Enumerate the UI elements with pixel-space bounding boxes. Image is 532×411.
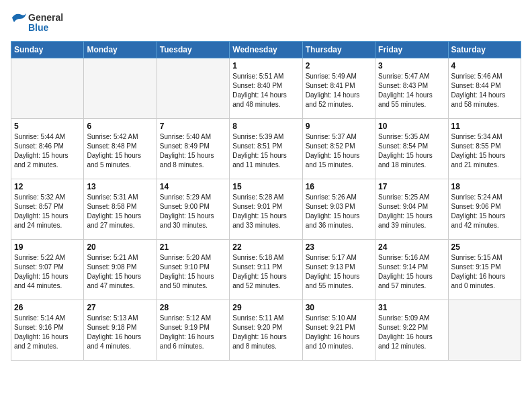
day-info: Sunrise: 5:09 AMSunset: 9:22 PMDaylight:… [378, 314, 445, 351]
day-number: 9 [306, 122, 372, 131]
day-number: 12 [14, 182, 81, 191]
day-info: Sunrise: 5:17 AMSunset: 9:13 PMDaylight:… [306, 253, 372, 291]
day-number: 31 [378, 303, 445, 312]
day-cell-13: 13Sunrise: 5:31 AMSunset: 8:58 PMDayligh… [84, 179, 157, 240]
empty-cell [448, 300, 521, 361]
empty-cell [157, 58, 229, 119]
day-cell-30: 30Sunrise: 5:10 AMSunset: 9:21 PMDayligh… [302, 300, 375, 361]
day-number: 22 [232, 242, 299, 252]
day-cell-11: 11Sunrise: 5:34 AMSunset: 8:55 PMDayligh… [448, 119, 521, 179]
day-cell-29: 29Sunrise: 5:11 AMSunset: 9:20 PMDayligh… [230, 300, 302, 361]
day-number: 25 [451, 242, 518, 252]
day-cell-17: 17Sunrise: 5:25 AMSunset: 9:04 PMDayligh… [375, 179, 448, 240]
day-info: Sunrise: 5:10 AMSunset: 9:21 PMDaylight:… [306, 314, 372, 351]
weekday-header-saturday: Saturday [448, 42, 521, 58]
day-cell-9: 9Sunrise: 5:37 AMSunset: 8:52 PMDaylight… [302, 119, 375, 179]
day-info: Sunrise: 5:49 AMSunset: 8:41 PMDaylight:… [306, 72, 372, 109]
weekday-header-wednesday: Wednesday [230, 42, 302, 58]
day-number: 23 [306, 242, 372, 252]
day-info: Sunrise: 5:14 AMSunset: 9:16 PMDaylight:… [14, 314, 81, 351]
day-info: Sunrise: 5:40 AMSunset: 8:49 PMDaylight:… [160, 132, 226, 170]
day-number: 11 [451, 122, 518, 131]
calendar-table: SundayMondayTuesdayWednesdayThursdayFrid… [11, 41, 521, 361]
day-cell-22: 22Sunrise: 5:18 AMSunset: 9:11 PMDayligh… [230, 240, 302, 300]
day-number: 16 [306, 182, 372, 191]
day-cell-27: 27Sunrise: 5:13 AMSunset: 9:18 PMDayligh… [84, 300, 157, 361]
day-cell-26: 26Sunrise: 5:14 AMSunset: 9:16 PMDayligh… [11, 300, 84, 361]
day-number: 2 [306, 61, 372, 71]
day-number: 14 [160, 182, 226, 191]
day-number: 6 [87, 122, 153, 131]
day-cell-12: 12Sunrise: 5:32 AMSunset: 8:57 PMDayligh… [11, 179, 84, 240]
logo: General Blue [11, 11, 63, 33]
day-cell-18: 18Sunrise: 5:24 AMSunset: 9:06 PMDayligh… [448, 179, 521, 240]
weekday-header-row: SundayMondayTuesdayWednesdayThursdayFrid… [11, 42, 521, 58]
day-cell-16: 16Sunrise: 5:26 AMSunset: 9:03 PMDayligh… [302, 179, 375, 240]
day-info: Sunrise: 5:29 AMSunset: 9:00 PMDaylight:… [160, 193, 226, 230]
day-number: 30 [306, 303, 372, 312]
logo-blue-text: Blue [28, 22, 48, 33]
day-info: Sunrise: 5:13 AMSunset: 9:18 PMDaylight:… [87, 314, 153, 351]
day-number: 21 [160, 242, 226, 252]
day-cell-8: 8Sunrise: 5:39 AMSunset: 8:51 PMDaylight… [230, 119, 302, 179]
day-number: 26 [14, 303, 81, 312]
day-cell-1: 1Sunrise: 5:51 AMSunset: 8:40 PMDaylight… [230, 58, 302, 119]
day-info: Sunrise: 5:46 AMSunset: 8:44 PMDaylight:… [451, 72, 518, 109]
weekday-header-thursday: Thursday [302, 42, 375, 58]
day-info: Sunrise: 5:31 AMSunset: 8:58 PMDaylight:… [87, 193, 153, 230]
empty-cell [11, 58, 84, 119]
day-info: Sunrise: 5:18 AMSunset: 9:11 PMDaylight:… [232, 253, 299, 291]
day-number: 27 [87, 303, 153, 312]
day-info: Sunrise: 5:39 AMSunset: 8:51 PMDaylight:… [232, 132, 299, 170]
day-info: Sunrise: 5:44 AMSunset: 8:46 PMDaylight:… [14, 132, 81, 170]
day-cell-7: 7Sunrise: 5:40 AMSunset: 8:49 PMDaylight… [157, 119, 229, 179]
day-cell-10: 10Sunrise: 5:35 AMSunset: 8:54 PMDayligh… [375, 119, 448, 179]
day-info: Sunrise: 5:11 AMSunset: 9:20 PMDaylight:… [232, 314, 299, 351]
day-number: 10 [378, 122, 445, 131]
day-info: Sunrise: 5:47 AMSunset: 8:43 PMDaylight:… [378, 72, 445, 109]
day-info: Sunrise: 5:22 AMSunset: 9:07 PMDaylight:… [14, 253, 81, 291]
day-cell-23: 23Sunrise: 5:17 AMSunset: 9:13 PMDayligh… [302, 240, 375, 300]
day-number: 4 [451, 61, 518, 71]
day-cell-21: 21Sunrise: 5:20 AMSunset: 9:10 PMDayligh… [157, 240, 229, 300]
weekday-header-friday: Friday [375, 42, 448, 58]
logo-general-text: General [28, 12, 63, 23]
day-number: 24 [378, 242, 445, 252]
day-info: Sunrise: 5:34 AMSunset: 8:55 PMDaylight:… [451, 132, 518, 170]
day-info: Sunrise: 5:37 AMSunset: 8:52 PMDaylight:… [306, 132, 372, 170]
page-header: General Blue [11, 11, 521, 33]
day-number: 19 [14, 242, 81, 252]
day-number: 15 [232, 182, 299, 191]
day-info: Sunrise: 5:42 AMSunset: 8:48 PMDaylight:… [87, 132, 153, 170]
day-number: 7 [160, 122, 226, 131]
day-number: 29 [232, 303, 299, 312]
day-info: Sunrise: 5:21 AMSunset: 9:08 PMDaylight:… [87, 253, 153, 291]
day-cell-28: 28Sunrise: 5:12 AMSunset: 9:19 PMDayligh… [157, 300, 229, 361]
weekday-header-sunday: Sunday [11, 42, 84, 58]
week-row-1: 1Sunrise: 5:51 AMSunset: 8:40 PMDaylight… [11, 58, 521, 119]
day-number: 8 [232, 122, 299, 131]
day-cell-15: 15Sunrise: 5:28 AMSunset: 9:01 PMDayligh… [230, 179, 302, 240]
day-number: 28 [160, 303, 226, 312]
empty-cell [84, 58, 157, 119]
day-number: 20 [87, 242, 153, 252]
day-number: 3 [378, 61, 445, 71]
day-info: Sunrise: 5:26 AMSunset: 9:03 PMDaylight:… [306, 193, 372, 230]
day-cell-24: 24Sunrise: 5:16 AMSunset: 9:14 PMDayligh… [375, 240, 448, 300]
day-cell-2: 2Sunrise: 5:49 AMSunset: 8:41 PMDaylight… [302, 58, 375, 119]
day-number: 17 [378, 182, 445, 191]
day-info: Sunrise: 5:28 AMSunset: 9:01 PMDaylight:… [232, 193, 299, 230]
day-cell-20: 20Sunrise: 5:21 AMSunset: 9:08 PMDayligh… [84, 240, 157, 300]
day-cell-14: 14Sunrise: 5:29 AMSunset: 9:00 PMDayligh… [157, 179, 229, 240]
week-row-3: 12Sunrise: 5:32 AMSunset: 8:57 PMDayligh… [11, 179, 521, 240]
week-row-2: 5Sunrise: 5:44 AMSunset: 8:46 PMDaylight… [11, 119, 521, 179]
day-info: Sunrise: 5:24 AMSunset: 9:06 PMDaylight:… [451, 193, 518, 230]
day-info: Sunrise: 5:12 AMSunset: 9:19 PMDaylight:… [160, 314, 226, 351]
day-cell-19: 19Sunrise: 5:22 AMSunset: 9:07 PMDayligh… [11, 240, 84, 300]
day-cell-4: 4Sunrise: 5:46 AMSunset: 8:44 PMDaylight… [448, 58, 521, 119]
day-info: Sunrise: 5:20 AMSunset: 9:10 PMDaylight:… [160, 253, 226, 291]
day-info: Sunrise: 5:16 AMSunset: 9:14 PMDaylight:… [378, 253, 445, 291]
week-row-4: 19Sunrise: 5:22 AMSunset: 9:07 PMDayligh… [11, 240, 521, 300]
day-info: Sunrise: 5:32 AMSunset: 8:57 PMDaylight:… [14, 193, 81, 230]
day-info: Sunrise: 5:35 AMSunset: 8:54 PMDaylight:… [378, 132, 445, 170]
